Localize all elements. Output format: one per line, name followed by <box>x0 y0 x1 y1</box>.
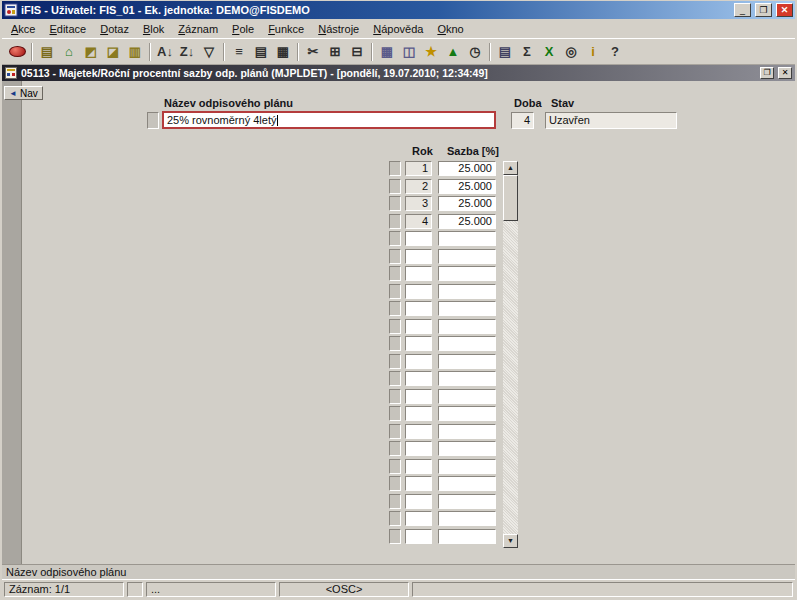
home-icon[interactable]: ⌂ <box>58 42 80 62</box>
row-record-indicator[interactable] <box>389 336 401 351</box>
open-form-icon[interactable]: ▤ <box>36 42 58 62</box>
row-record-indicator[interactable] <box>389 354 401 369</box>
rok-field[interactable] <box>405 319 432 334</box>
sazba-field[interactable] <box>438 249 496 264</box>
list-details-icon[interactable]: ▤ <box>250 42 272 62</box>
folder-refresh-icon[interactable]: ▥ <box>124 42 146 62</box>
zoom-icon[interactable]: ◎ <box>560 42 582 62</box>
rok-field[interactable] <box>405 266 432 281</box>
rok-field[interactable] <box>405 406 432 421</box>
sazba-field[interactable] <box>438 284 496 299</box>
scrollbar-track[interactable] <box>503 175 518 534</box>
row-record-indicator[interactable] <box>389 476 401 491</box>
sazba-field[interactable] <box>438 511 496 526</box>
row-record-indicator[interactable] <box>389 179 401 194</box>
folder-open-icon[interactable]: ◩ <box>80 42 102 62</box>
sazba-field[interactable] <box>438 494 496 509</box>
menu-item-okno[interactable]: Okno <box>430 21 470 37</box>
rok-field[interactable] <box>405 354 432 369</box>
sazba-field[interactable]: 25.000 <box>438 196 496 211</box>
row-record-indicator[interactable] <box>389 494 401 509</box>
clock-icon[interactable]: ◷ <box>464 42 486 62</box>
cut-icon[interactable]: ✂ <box>302 42 324 62</box>
sazba-field[interactable] <box>438 424 496 439</box>
rok-field[interactable]: 4 <box>405 214 432 229</box>
rok-field[interactable]: 3 <box>405 196 432 211</box>
sazba-field[interactable] <box>438 406 496 421</box>
name-input[interactable]: 25% rovnoměrný 4letý <box>162 111 496 129</box>
row-record-indicator[interactable] <box>389 319 401 334</box>
row-record-indicator[interactable] <box>389 406 401 421</box>
rok-field[interactable] <box>405 371 432 386</box>
sazba-field[interactable] <box>438 354 496 369</box>
rok-field[interactable] <box>405 284 432 299</box>
rok-field[interactable] <box>405 476 432 491</box>
menu-item-blok[interactable]: Blok <box>136 21 171 37</box>
stav-field[interactable]: Uzavřen <box>545 112 677 129</box>
delete-record-icon[interactable]: ⊟ <box>346 42 368 62</box>
close-button[interactable]: ✕ <box>776 3 793 17</box>
menu-item-editace[interactable]: Editace <box>42 21 93 37</box>
scroll-down-icon[interactable]: ▼ <box>503 534 518 548</box>
row-record-indicator[interactable] <box>389 371 401 386</box>
table-scrollbar[interactable]: ▲ ▼ <box>503 161 518 548</box>
rok-field[interactable]: 1 <box>405 161 432 176</box>
sazba-field[interactable]: 25.000 <box>438 161 496 176</box>
excel-icon[interactable]: X <box>538 42 560 62</box>
rok-field[interactable] <box>405 511 432 526</box>
sazba-field[interactable] <box>438 476 496 491</box>
menu-item-akce[interactable]: Akce <box>4 21 42 37</box>
sazba-field[interactable] <box>438 529 496 544</box>
row-record-indicator[interactable] <box>389 441 401 456</box>
sort-ascending-icon[interactable]: A↓ <box>154 42 176 62</box>
minimize-button[interactable]: _ <box>734 3 751 17</box>
grid-icon[interactable]: ▦ <box>272 42 294 62</box>
menu-item-pole[interactable]: Pole <box>225 21 261 37</box>
rok-field[interactable] <box>405 494 432 509</box>
row-record-indicator[interactable] <box>389 529 401 544</box>
menu-item-nápověda[interactable]: Nápověda <box>366 21 430 37</box>
rok-field[interactable]: 2 <box>405 179 432 194</box>
rok-field[interactable] <box>405 249 432 264</box>
menu-item-funkce[interactable]: Funkce <box>261 21 311 37</box>
row-record-indicator[interactable] <box>389 459 401 474</box>
sort-descending-icon[interactable]: Z↓ <box>176 42 198 62</box>
sazba-field[interactable] <box>438 336 496 351</box>
print-icon[interactable]: ▤ <box>494 42 516 62</box>
help-icon[interactable]: ? <box>604 42 626 62</box>
sum-icon[interactable]: Σ <box>516 42 538 62</box>
menu-item-dotaz[interactable]: Dotaz <box>93 21 136 37</box>
chart-icon[interactable]: ▲ <box>442 42 464 62</box>
row-record-indicator[interactable] <box>389 231 401 246</box>
sazba-field[interactable] <box>438 266 496 281</box>
table-icon[interactable]: ▦ <box>376 42 398 62</box>
insert-record-icon[interactable]: ⊞ <box>324 42 346 62</box>
row-record-indicator[interactable] <box>389 214 401 229</box>
mdi-restore-button[interactable]: ❐ <box>760 67 774 79</box>
star-icon[interactable]: ★ <box>420 42 442 62</box>
row-record-indicator[interactable] <box>389 266 401 281</box>
menu-item-nástroje[interactable]: Nástroje <box>311 21 366 37</box>
info-icon[interactable]: i <box>582 42 604 62</box>
rok-field[interactable] <box>405 301 432 316</box>
row-record-indicator[interactable] <box>389 389 401 404</box>
sazba-field[interactable] <box>438 301 496 316</box>
exit-icon[interactable] <box>6 42 28 62</box>
folder-save-icon[interactable]: ◪ <box>102 42 124 62</box>
rok-field[interactable] <box>405 231 432 246</box>
row-record-indicator[interactable] <box>389 424 401 439</box>
record-indicator[interactable] <box>147 112 159 129</box>
sazba-field[interactable] <box>438 389 496 404</box>
duplicate-record-icon[interactable]: ◫ <box>398 42 420 62</box>
sazba-field[interactable] <box>438 441 496 456</box>
rok-field[interactable] <box>405 389 432 404</box>
sazba-field[interactable] <box>438 459 496 474</box>
rok-field[interactable] <box>405 529 432 544</box>
sazba-field[interactable] <box>438 371 496 386</box>
sazba-field[interactable] <box>438 319 496 334</box>
row-record-indicator[interactable] <box>389 284 401 299</box>
sazba-field[interactable] <box>438 231 496 246</box>
nav-button[interactable]: ◄ Nav <box>4 86 43 100</box>
row-record-indicator[interactable] <box>389 301 401 316</box>
filter-icon[interactable]: ▽ <box>198 42 220 62</box>
